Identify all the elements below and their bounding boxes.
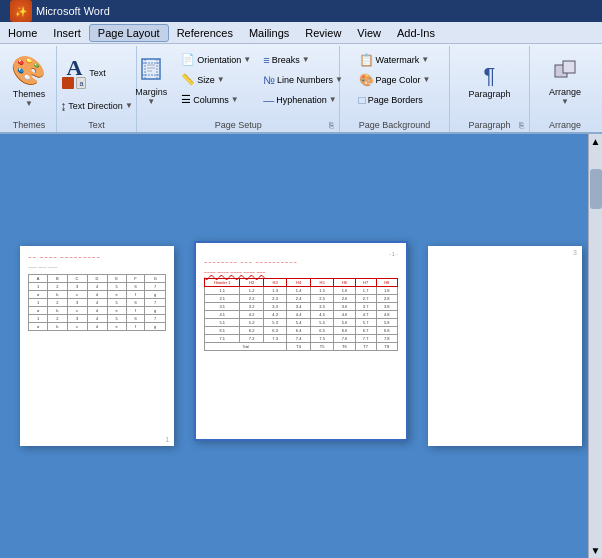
page-borders-label: Page Borders (368, 95, 423, 105)
text-label: Text (89, 68, 106, 78)
page-background-group-label: Page Background (340, 120, 449, 130)
page2-table: Header 1 H2 H3 H4 H5 H6 H7 H8 1.11.21.31… (204, 278, 398, 351)
menu-bar: Home Insert Page Layout References Maili… (0, 22, 602, 44)
page-color-label: Page Color (376, 75, 421, 85)
ribbon-group-text: A a Text ↨ Text Direction ▼ Text (57, 46, 138, 132)
menu-add-ins[interactable]: Add-Ins (389, 25, 443, 41)
paragraph-icon: ¶ (484, 63, 496, 89)
hyphenation-button[interactable]: — Hyphenation ▼ (259, 90, 347, 109)
menu-insert[interactable]: Insert (45, 25, 89, 41)
breaks-label: Breaks (272, 55, 300, 65)
hyphenation-label: Hyphenation (276, 95, 327, 105)
scroll-down-button[interactable]: ▼ (589, 543, 602, 558)
menu-home[interactable]: Home (0, 25, 45, 41)
themes-arrow: ▼ (25, 99, 33, 108)
document-page-3: 3 (428, 246, 582, 446)
arrange-arrow: ▼ (561, 97, 569, 106)
ribbon-group-page-setup: Margins ▼ 📄 Orientation ▼ 📏 Size ▼ ☰ Col… (137, 46, 340, 132)
page-setup-expand[interactable]: ⎘ (327, 120, 337, 130)
watermark-icon: 📋 (359, 53, 374, 67)
page2-subtitle: ~~~~ ~~~~ ~~~~ ~~~~ ~~~ (204, 269, 398, 275)
breaks-icon: ≡ (263, 54, 269, 66)
page-color-button[interactable]: 🎨 Page Color ▼ (355, 70, 435, 89)
page1-subtext: ~~~ ~~~ ~~~ (28, 264, 166, 270)
paragraph-expand[interactable]: ⎘ (517, 120, 527, 130)
scrollbar[interactable]: ▲ ▼ (588, 134, 602, 558)
ribbon-group-arrange: Arrange ▼ Arrange (530, 46, 600, 132)
menu-review[interactable]: Review (297, 25, 349, 41)
size-button[interactable]: 📏 Size ▼ (177, 70, 255, 89)
columns-icon: ☰ (181, 93, 191, 106)
ribbon-group-themes: 🎨 Themes ▼ Themes (2, 46, 57, 132)
office-button[interactable]: ✨ (10, 0, 32, 22)
menu-references[interactable]: References (169, 25, 241, 41)
hyphenation-icon: — (263, 94, 274, 106)
size-icon: 📏 (181, 73, 195, 86)
breaks-button[interactable]: ≡ Breaks ▼ (259, 50, 347, 69)
svg-rect-9 (563, 61, 575, 73)
ribbon-group-page-background: 📋 Watermark ▼ 🎨 Page Color ▼ □ Page Bord… (340, 46, 450, 132)
page-color-icon: 🎨 (359, 73, 374, 87)
text-button[interactable]: A a Text (56, 50, 112, 94)
scroll-up-button[interactable]: ▲ (589, 134, 602, 149)
size-arrow: ▼ (217, 75, 225, 84)
text-direction-icon: ↨ (60, 99, 66, 113)
arrange-icon (553, 57, 577, 87)
watermark-label: Watermark (376, 55, 420, 65)
menu-page-layout[interactable]: Page Layout (89, 24, 169, 42)
menu-view[interactable]: View (349, 25, 389, 41)
breaks-arrow: ▼ (302, 55, 310, 64)
document-page-1: ~~ ~~~~ ~~~~~~~~~ ~~~ ~~~ ~~~ ABCDEFG 12… (20, 246, 174, 446)
margins-arrow: ▼ (147, 97, 155, 106)
paragraph-button[interactable]: ¶ Paragraph (462, 50, 516, 112)
page1-number: 1 (165, 436, 169, 443)
orientation-icon: 📄 (181, 53, 195, 66)
text-direction-label: Text Direction (68, 101, 123, 111)
size-label: Size (197, 75, 215, 85)
ribbon-group-paragraph: ¶ Paragraph Paragraph ⎘ (450, 46, 530, 132)
ribbon: 🎨 Themes ▼ Themes A a Text (0, 44, 602, 134)
menu-mailings[interactable]: Mailings (241, 25, 297, 41)
line-numbers-icon: № (263, 74, 275, 86)
orientation-arrow: ▼ (243, 55, 251, 64)
page-color-arrow: ▼ (423, 75, 431, 84)
arrange-label: Arrange (549, 87, 581, 97)
page-setup-group-label: Page Setup (137, 120, 339, 130)
scrollbar-thumb[interactable] (590, 169, 602, 209)
orientation-button[interactable]: 📄 Orientation ▼ (177, 50, 255, 69)
hyphenation-arrow: ▼ (329, 95, 337, 104)
paragraph-label: Paragraph (468, 89, 510, 99)
watermark-button[interactable]: 📋 Watermark ▼ (355, 50, 435, 69)
page3-number: 3 (573, 249, 577, 256)
page1-table: ABCDEFG 1234567 abcdefg 1234567 abcdefg … (28, 274, 166, 331)
text-group-label: Text (57, 120, 137, 130)
line-numbers-button[interactable]: № Line Numbers ▼ (259, 70, 347, 89)
margins-label: Margins (135, 87, 167, 97)
text-direction-button[interactable]: ↨ Text Direction ▼ (56, 96, 136, 115)
title-bar: ✨ Microsoft Word (0, 0, 602, 22)
text-icon: A a (62, 55, 86, 89)
watermark-arrow: ▼ (421, 55, 429, 64)
document-page-2: - 1 - ~~~~~~~~ ~~~ ~~~~~~~~~~ ~~~~ ~~~~ … (194, 241, 408, 441)
margins-button[interactable]: Margins ▼ (129, 50, 173, 112)
page-borders-icon: □ (359, 93, 366, 107)
line-numbers-label: Line Numbers (277, 75, 333, 85)
page-borders-button[interactable]: □ Page Borders (355, 90, 435, 109)
page2-wavy-text: ~~~~~~~~ ~~~ ~~~~~~~~~~ (204, 259, 398, 265)
columns-label: Columns (193, 95, 229, 105)
page2-top-num: - 1 - (204, 251, 398, 257)
arrange-button[interactable]: Arrange ▼ (543, 50, 587, 112)
arrange-group-label: Arrange (530, 120, 600, 130)
document-area: ~~ ~~~~ ~~~~~~~~~ ~~~ ~~~ ~~~ ABCDEFG 12… (0, 134, 602, 558)
themes-button[interactable]: 🎨 Themes ▼ (5, 50, 52, 112)
margins-icon (139, 57, 163, 87)
columns-arrow: ▼ (231, 95, 239, 104)
themes-label: Themes (13, 89, 46, 99)
page1-wavy-text: ~~ ~~~~ ~~~~~~~~~ (28, 254, 166, 260)
themes-group-label: Themes (2, 120, 56, 130)
title-text: Microsoft Word (36, 5, 110, 17)
orientation-label: Orientation (197, 55, 241, 65)
columns-button[interactable]: ☰ Columns ▼ (177, 90, 255, 109)
themes-icon: 🎨 (11, 54, 46, 87)
